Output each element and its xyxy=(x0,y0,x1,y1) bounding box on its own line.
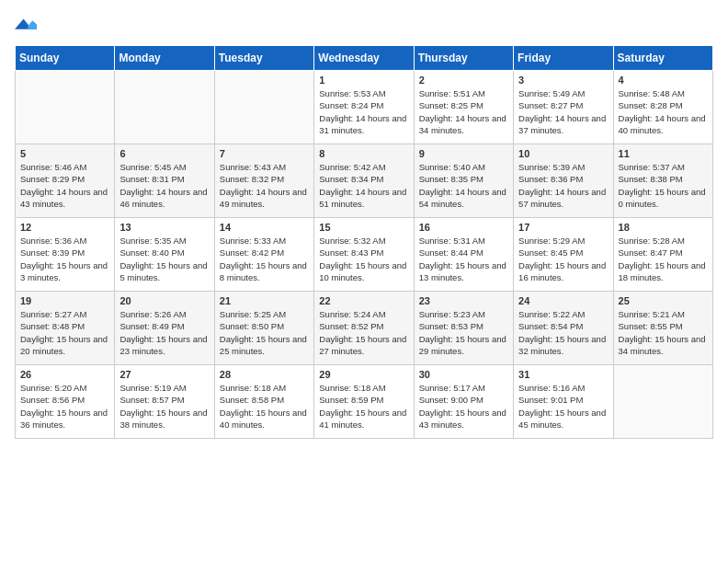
day-info: Sunrise: 5:28 AMSunset: 8:47 PMDaylight:… xyxy=(619,235,708,283)
calendar-cell: 19Sunrise: 5:27 AMSunset: 8:48 PMDayligh… xyxy=(16,292,115,365)
calendar-cell: 18Sunrise: 5:28 AMSunset: 8:47 PMDayligh… xyxy=(613,218,712,292)
day-info-line: Sunrise: 5:36 AM xyxy=(20,235,109,247)
day-info-line: Sunrise: 5:45 AM xyxy=(119,161,209,173)
day-info-line: Sunrise: 5:39 AM xyxy=(518,161,608,173)
day-info-line: Daylight: 14 hours and 46 minutes. xyxy=(119,186,209,211)
day-info-line: Sunrise: 5:27 AM xyxy=(20,308,109,320)
day-info: Sunrise: 5:46 AMSunset: 8:29 PMDaylight:… xyxy=(20,161,109,210)
day-info-line: Sunrise: 5:23 AM xyxy=(419,308,508,320)
day-info-line: Sunset: 8:55 PM xyxy=(619,320,708,332)
calendar-cell: 21Sunrise: 5:25 AMSunset: 8:50 PMDayligh… xyxy=(214,292,313,365)
day-info: Sunrise: 5:22 AMSunset: 8:54 PMDaylight:… xyxy=(518,308,608,357)
day-info-line: Daylight: 15 hours and 27 minutes. xyxy=(319,333,408,358)
day-info-line: Daylight: 14 hours and 57 minutes. xyxy=(518,186,608,211)
weekday-header-monday: Monday xyxy=(115,46,214,71)
day-info-line: Sunset: 8:36 PM xyxy=(518,173,608,185)
calendar-cell: 20Sunrise: 5:26 AMSunset: 8:49 PMDayligh… xyxy=(115,292,214,365)
day-number: 20 xyxy=(119,295,209,306)
calendar-cell xyxy=(214,71,313,144)
day-info-line: Sunset: 9:01 PM xyxy=(518,394,608,406)
day-info-line: Daylight: 15 hours and 10 minutes. xyxy=(319,259,408,284)
day-number: 12 xyxy=(20,222,109,233)
day-info: Sunrise: 5:36 AMSunset: 8:39 PMDaylight:… xyxy=(20,235,109,283)
day-info: Sunrise: 5:53 AMSunset: 8:24 PMDaylight:… xyxy=(319,87,408,136)
day-number: 10 xyxy=(518,148,608,159)
day-info-line: Daylight: 15 hours and 13 minutes. xyxy=(419,259,508,284)
day-number: 11 xyxy=(619,148,708,159)
weekday-header-saturday: Saturday xyxy=(613,46,712,71)
calendar-cell: 27Sunrise: 5:19 AMSunset: 8:57 PMDayligh… xyxy=(115,365,214,439)
calendar-cell: 9Sunrise: 5:40 AMSunset: 8:35 PMDaylight… xyxy=(414,144,513,218)
day-info: Sunrise: 5:17 AMSunset: 9:00 PMDaylight:… xyxy=(419,382,508,431)
day-info-line: Daylight: 15 hours and 34 minutes. xyxy=(619,333,708,358)
calendar-cell: 25Sunrise: 5:21 AMSunset: 8:55 PMDayligh… xyxy=(613,292,712,365)
day-info-line: Daylight: 15 hours and 41 minutes. xyxy=(319,407,408,431)
day-number: 7 xyxy=(220,148,309,159)
day-info: Sunrise: 5:42 AMSunset: 8:34 PMDaylight:… xyxy=(319,161,408,210)
day-info-line: Sunrise: 5:51 AM xyxy=(419,87,508,99)
day-number: 22 xyxy=(319,295,408,306)
day-number: 17 xyxy=(518,222,608,233)
day-number: 16 xyxy=(419,222,508,233)
day-info-line: Sunset: 8:58 PM xyxy=(220,394,309,406)
calendar-cell: 12Sunrise: 5:36 AMSunset: 8:39 PMDayligh… xyxy=(16,218,115,292)
day-info-line: Daylight: 14 hours and 54 minutes. xyxy=(419,186,508,211)
day-info-line: Sunrise: 5:22 AM xyxy=(518,308,608,320)
day-info-line: Daylight: 15 hours and 45 minutes. xyxy=(518,407,608,431)
calendar-cell: 6Sunrise: 5:45 AMSunset: 8:31 PMDaylight… xyxy=(115,144,214,218)
calendar-week-row: 19Sunrise: 5:27 AMSunset: 8:48 PMDayligh… xyxy=(16,292,713,365)
day-info-line: Sunset: 8:43 PM xyxy=(319,247,408,259)
day-info: Sunrise: 5:29 AMSunset: 8:45 PMDaylight:… xyxy=(518,235,608,283)
calendar-cell: 2Sunrise: 5:51 AMSunset: 8:25 PMDaylight… xyxy=(414,71,513,144)
day-info-line: Sunrise: 5:49 AM xyxy=(518,87,608,99)
day-info-line: Sunset: 8:32 PM xyxy=(220,173,309,185)
day-info-line: Sunrise: 5:31 AM xyxy=(419,235,508,247)
day-info-line: Sunset: 8:28 PM xyxy=(619,99,708,111)
day-info: Sunrise: 5:25 AMSunset: 8:50 PMDaylight:… xyxy=(220,308,309,357)
day-number: 15 xyxy=(319,222,408,233)
day-info-line: Sunrise: 5:43 AM xyxy=(220,161,309,173)
day-info: Sunrise: 5:45 AMSunset: 8:31 PMDaylight:… xyxy=(119,161,209,210)
day-number: 2 xyxy=(419,75,508,86)
weekday-header-friday: Friday xyxy=(514,46,613,71)
day-info-line: Daylight: 15 hours and 43 minutes. xyxy=(419,407,508,431)
day-info-line: Daylight: 15 hours and 0 minutes. xyxy=(619,186,708,211)
day-info-line: Sunset: 8:44 PM xyxy=(419,247,508,259)
day-info-line: Sunset: 8:25 PM xyxy=(419,99,508,111)
day-info: Sunrise: 5:27 AMSunset: 8:48 PMDaylight:… xyxy=(20,308,109,357)
day-info: Sunrise: 5:37 AMSunset: 8:38 PMDaylight:… xyxy=(619,161,708,210)
calendar-cell: 3Sunrise: 5:49 AMSunset: 8:27 PMDaylight… xyxy=(514,71,613,144)
calendar-cell: 24Sunrise: 5:22 AMSunset: 8:54 PMDayligh… xyxy=(514,292,613,365)
day-number: 8 xyxy=(319,148,408,159)
day-info-line: Sunset: 8:50 PM xyxy=(220,320,309,332)
day-info: Sunrise: 5:32 AMSunset: 8:43 PMDaylight:… xyxy=(319,235,408,283)
day-info-line: Daylight: 15 hours and 3 minutes. xyxy=(20,259,109,284)
day-number: 24 xyxy=(518,295,608,306)
day-info-line: Sunset: 8:53 PM xyxy=(419,320,508,332)
calendar-cell: 11Sunrise: 5:37 AMSunset: 8:38 PMDayligh… xyxy=(613,144,712,218)
day-number: 23 xyxy=(419,295,508,306)
weekday-header-wednesday: Wednesday xyxy=(314,46,414,71)
day-info-line: Sunset: 8:27 PM xyxy=(518,99,608,111)
day-number: 14 xyxy=(220,222,309,233)
day-info-line: Sunset: 8:35 PM xyxy=(419,173,508,185)
page-header xyxy=(15,15,713,34)
day-number: 4 xyxy=(619,75,708,86)
day-info-line: Sunset: 8:34 PM xyxy=(319,173,408,185)
calendar-cell: 7Sunrise: 5:43 AMSunset: 8:32 PMDaylight… xyxy=(214,144,313,218)
calendar-cell: 5Sunrise: 5:46 AMSunset: 8:29 PMDaylight… xyxy=(16,144,115,218)
weekday-header-tuesday: Tuesday xyxy=(214,46,313,71)
day-number: 1 xyxy=(319,75,408,86)
day-info-line: Sunrise: 5:29 AM xyxy=(518,235,608,247)
day-info-line: Sunrise: 5:46 AM xyxy=(20,161,109,173)
day-info-line: Daylight: 15 hours and 8 minutes. xyxy=(220,259,309,284)
day-info: Sunrise: 5:21 AMSunset: 8:55 PMDaylight:… xyxy=(619,308,708,357)
day-info-line: Daylight: 15 hours and 40 minutes. xyxy=(220,407,309,431)
day-info: Sunrise: 5:33 AMSunset: 8:42 PMDaylight:… xyxy=(220,235,309,283)
day-info: Sunrise: 5:19 AMSunset: 8:57 PMDaylight:… xyxy=(119,382,209,431)
calendar-cell: 13Sunrise: 5:35 AMSunset: 8:40 PMDayligh… xyxy=(115,218,214,292)
day-number: 31 xyxy=(518,369,608,380)
logo-icon xyxy=(15,16,37,34)
day-info-line: Sunset: 8:38 PM xyxy=(619,173,708,185)
day-info-line: Daylight: 15 hours and 23 minutes. xyxy=(119,333,209,358)
